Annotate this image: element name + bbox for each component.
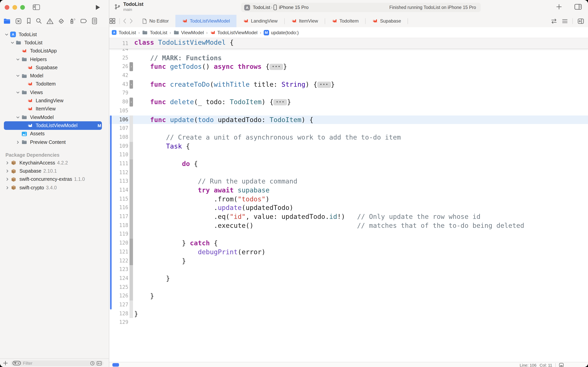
fold-ribbon[interactable]	[129, 309, 133, 318]
line-number[interactable]: 126	[109, 292, 128, 300]
code-text[interactable]: // MARK: Functions	[134, 53, 222, 62]
line-number[interactable]: 11	[109, 38, 128, 47]
code-text[interactable]: } catch {	[134, 239, 218, 247]
close-window-button[interactable]	[5, 5, 9, 10]
chevron-down-icon[interactable]	[16, 74, 20, 78]
sidebar-item-todoitem[interactable]: TodoItem	[4, 80, 102, 88]
line-number[interactable]: 42	[109, 71, 128, 80]
sidebar-item-swift-concurrency-extras[interactable]: swift-concurrency-extras1.1.0	[4, 175, 102, 184]
code-fold-marker[interactable]: ›	[129, 62, 133, 71]
chevron-down-icon[interactable]	[10, 41, 15, 45]
line-number[interactable]: 127	[109, 300, 128, 309]
line-number[interactable]: 124	[109, 274, 128, 283]
sidebar-item-assets[interactable]: Assets	[4, 130, 102, 138]
chevron-right-icon[interactable]	[5, 161, 10, 165]
tab-no-editor[interactable]: No Editor	[135, 15, 175, 27]
code-text[interactable]: func createToDo(withTitle title: String)…	[134, 80, 335, 89]
sidebar-item-helpers[interactable]: Helpers	[4, 55, 102, 64]
code-text[interactable]: func delete(_ todo: TodoItem) {•••}	[134, 98, 291, 106]
breadcrumb-item[interactable]: ATodoList	[112, 30, 136, 35]
chevron-down-icon[interactable]	[16, 115, 20, 119]
toggle-right-inspector-icon[interactable]	[574, 3, 582, 10]
line-number[interactable]: 26	[109, 62, 128, 71]
fold-ribbon[interactable]	[129, 168, 133, 177]
line-number[interactable]: 110	[109, 151, 128, 159]
toggle-left-sidebar-icon[interactable]	[33, 4, 40, 10]
sidebar-item-todolist[interactable]: TodoList	[4, 39, 102, 47]
line-number[interactable]: 114	[109, 186, 128, 195]
code-text[interactable]: .update(updatedTodo)	[134, 203, 294, 212]
fold-ribbon[interactable]	[129, 274, 133, 283]
code-fold-marker[interactable]: ›	[129, 80, 133, 89]
line-number[interactable]: 128	[109, 309, 128, 318]
chevron-right-icon[interactable]	[16, 140, 20, 144]
line-number[interactable]: 107	[109, 124, 128, 133]
line-number[interactable]: 106	[109, 115, 128, 124]
line-number[interactable]: 121	[109, 248, 128, 256]
folded-code-ellipsis[interactable]: •••	[269, 64, 283, 70]
run-button[interactable]	[95, 4, 101, 10]
line-number[interactable]: 119	[109, 230, 128, 239]
chevron-right-icon[interactable]	[5, 186, 10, 190]
scheme-device[interactable]: iPhone 15 Pro	[279, 5, 309, 10]
fold-ribbon[interactable]	[129, 221, 133, 230]
line-number[interactable]: 115	[109, 195, 128, 203]
swap-editor-icon[interactable]	[551, 18, 557, 24]
tab-todoitem[interactable]: TodoItem	[325, 15, 365, 27]
code-text[interactable]: // Create a unit of asynchronous work to…	[134, 133, 401, 142]
fold-ribbon[interactable]	[129, 265, 133, 274]
line-number[interactable]: 43	[109, 80, 128, 89]
code-text[interactable]: .eq("id", value: updatedTodo.id!) // Onl…	[134, 212, 480, 221]
go-back-icon[interactable]	[123, 18, 126, 24]
breadcrumb-item[interactable]: TodoListViewModel	[210, 30, 257, 35]
sidebar-item-viewmodel[interactable]: ViewModel	[4, 113, 102, 122]
chevron-right-icon[interactable]	[5, 177, 10, 181]
line-number[interactable]: 109	[109, 142, 128, 150]
add-file-button[interactable]	[3, 361, 8, 366]
tests-icon[interactable]	[58, 17, 65, 25]
fold-ribbon[interactable]	[129, 124, 133, 133]
fold-ribbon[interactable]	[129, 230, 133, 239]
folded-code-ellipsis[interactable]: •••	[274, 99, 287, 105]
line-number[interactable]: 129	[109, 318, 128, 327]
fold-ribbon[interactable]	[129, 177, 133, 186]
related-items-icon[interactable]	[109, 18, 116, 24]
chevron-down-icon[interactable]	[16, 57, 20, 61]
sidebar-item-preview-content[interactable]: Preview Content	[4, 138, 102, 146]
fold-ribbon[interactable]	[129, 256, 133, 265]
add-editor-icon[interactable]	[578, 18, 584, 24]
line-number[interactable]: 25	[109, 53, 128, 62]
sidebar-item-todolistapp[interactable]: TodoListApp	[4, 47, 102, 55]
folded-code-ellipsis[interactable]: •••	[317, 82, 331, 88]
fold-ribbon[interactable]	[129, 186, 133, 195]
sidebar-item-swift-crypto[interactable]: swift-crypto3.4.0	[4, 184, 102, 192]
code-text[interactable]: debugPrint(error)	[134, 248, 266, 256]
line-number[interactable]: 123	[109, 265, 128, 274]
library-plus-button[interactable]	[556, 4, 562, 10]
breakpoints-icon[interactable]	[80, 18, 87, 24]
sidebar-item-views[interactable]: Views	[4, 88, 102, 97]
sidebar-item-todolist[interactable]: ATodoList	[4, 30, 102, 39]
line-number[interactable]: 117	[109, 212, 128, 221]
line-number[interactable]: 116	[109, 203, 128, 212]
find-icon[interactable]	[35, 17, 42, 25]
fold-ribbon[interactable]	[129, 142, 133, 150]
tab-itemview[interactable]: ItemView	[285, 15, 325, 27]
breadcrumb-item[interactable]: TodoList	[142, 30, 167, 35]
fold-ribbon[interactable]	[129, 133, 133, 142]
line-number[interactable]: 122	[109, 256, 128, 265]
editor-options-icon[interactable]	[562, 18, 568, 24]
line-number[interactable]: 125	[109, 283, 128, 292]
source-editor[interactable]: 2425 // MARK: Functions26› func getTodos…	[109, 38, 588, 362]
code-text[interactable]: // Run the update command	[134, 177, 297, 186]
code-text[interactable]: do {	[134, 159, 198, 168]
code-text[interactable]: try await supabase	[134, 186, 269, 195]
fold-ribbon[interactable]	[129, 283, 133, 292]
code-text[interactable]: func update(todo updatedTodo: TodoItem) …	[134, 115, 313, 124]
code-text[interactable]: class TodoListViewModel {	[134, 38, 234, 47]
source-control-icon[interactable]	[15, 17, 22, 25]
fold-ribbon[interactable]	[129, 248, 133, 256]
line-number[interactable]: 113	[109, 177, 128, 186]
sidebar-item-supabase[interactable]: Supabase2.10.1	[4, 167, 102, 175]
fold-ribbon[interactable]	[129, 159, 133, 168]
